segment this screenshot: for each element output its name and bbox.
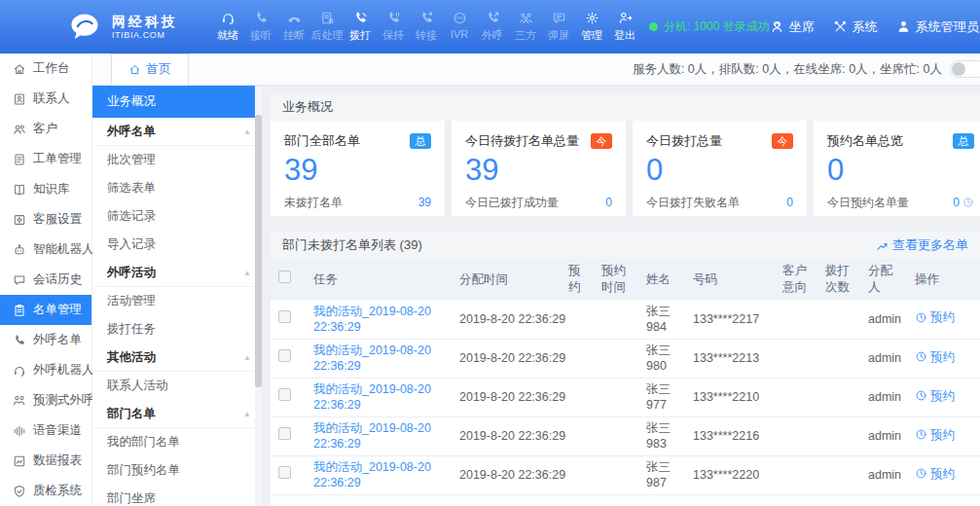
clock-icon xyxy=(915,350,927,363)
submenu-item-部门坐席[interactable]: 部门坐席 xyxy=(92,485,262,506)
submenu-item-导入记录[interactable]: 导入记录 xyxy=(92,231,262,259)
admin-icon xyxy=(896,19,911,34)
submenu-header-外呼活动[interactable]: 外呼活动▲ xyxy=(92,259,262,287)
hold-icon xyxy=(386,11,401,25)
task-link[interactable]: 我的活动_2019-08-2022:36:29 xyxy=(313,421,431,451)
call-control-screenpop-button[interactable]: 弹屏 xyxy=(542,11,575,43)
submenu-header-部门名单[interactable]: 部门名单▲ xyxy=(92,400,262,428)
topbar-menu-admin[interactable]: 系统管理员▼ xyxy=(896,18,980,36)
sidebar-item-contact-book[interactable]: 联系人 xyxy=(0,84,91,114)
call-control-afterwork-button[interactable]: 后处理 xyxy=(310,11,344,43)
submenu-header-其他活动[interactable]: 其他活动▲ xyxy=(92,343,262,372)
submenu-item-活动管理[interactable]: 活动管理 xyxy=(92,287,262,315)
sidebar-item-customers[interactable]: 客户 xyxy=(0,114,91,144)
call-control-transfer-button[interactable]: 转接 xyxy=(410,11,443,43)
sidebar-item-list-mgmt[interactable]: 名单管理 xyxy=(0,295,91,325)
row-checkbox[interactable] xyxy=(278,310,291,323)
call-control-outbound-button[interactable]: 外呼 xyxy=(476,11,509,43)
sidebar-item-voice-channel[interactable]: 语音渠道 xyxy=(0,416,91,446)
task-link[interactable]: 我的活动_2019-08-2022:36:29 xyxy=(313,382,431,412)
reserve-time-cell xyxy=(594,455,638,494)
sidebar-item-chat-history[interactable]: 会话历史 xyxy=(0,265,91,295)
stat-card-sub-label: 今日已拨打成功量 xyxy=(465,195,559,211)
collapse-up-icon: ▲ xyxy=(243,400,251,428)
table-row: 我的活动_2019-08-2022:36:292019-8-20 22:36:2… xyxy=(271,416,980,455)
status-toggle[interactable] xyxy=(950,60,980,78)
stat-card-sub-label: 今日预约名单量 xyxy=(827,195,909,211)
reserve-action-link[interactable]: 预约 xyxy=(915,388,955,404)
sidebar-item-quality-check[interactable]: 质检系统 xyxy=(0,476,91,506)
row-checkbox[interactable] xyxy=(278,466,291,479)
reserve-action-link[interactable]: 预约 xyxy=(915,309,955,325)
call-control-answer-button[interactable]: 接听 xyxy=(244,11,277,43)
submenu-scrollbar-thumb[interactable] xyxy=(255,115,262,387)
stat-card-sub-label: 未拨打名单 xyxy=(284,195,343,211)
outbound-list-icon xyxy=(13,334,26,347)
submenu-item-拨打任务[interactable]: 拨打任务 xyxy=(92,315,262,343)
sidebar-item-ticket[interactable]: 工单管理 xyxy=(0,144,91,174)
submenu-item-批次管理[interactable]: 批次管理 xyxy=(92,146,262,174)
sidebar-item-home[interactable]: 工作台 xyxy=(0,54,91,84)
column-header: 分配人 xyxy=(860,259,907,300)
assign-time-cell: 2019-8-20 22:36:29 xyxy=(452,300,561,339)
call-control-threeway-button[interactable]: 三方 xyxy=(509,11,542,43)
call-control-hangup-button[interactable]: 挂断 xyxy=(277,11,310,43)
reserve-time-cell xyxy=(594,416,638,455)
dial-icon xyxy=(353,11,368,25)
sidebar-item-predictive-dial[interactable]: 预测式外呼 xyxy=(0,385,91,416)
trend-arrow-icon xyxy=(876,239,889,252)
submenu-item-筛选表单[interactable]: 筛选表单 xyxy=(92,174,262,202)
row-checkbox[interactable] xyxy=(278,388,291,401)
task-link[interactable]: 我的活动_2019-08-2022:36:29 xyxy=(313,343,431,373)
tab-home[interactable]: 首页 xyxy=(111,54,189,86)
customers-icon xyxy=(13,123,26,136)
row-checkbox[interactable] xyxy=(278,427,291,440)
sidebar-item-outbound-robot[interactable]: 外呼机器人 xyxy=(0,355,91,385)
stat-card-badge: 今 xyxy=(772,133,793,149)
submenu-item-部门预约名单[interactable]: 部门预约名单 xyxy=(92,456,262,485)
submenu-item-业务概况[interactable]: 业务概况 xyxy=(92,86,262,118)
reserve-action-link[interactable]: 预约 xyxy=(915,427,955,443)
task-link[interactable]: 我的活动_2019-08-2022:36:29 xyxy=(313,305,431,334)
tab-bar: 首页 服务人数: 0人，排队数: 0人，在线坐席: 0人，坐席忙: 0人 xyxy=(92,54,980,86)
call-control-manage-button[interactable]: 管理 xyxy=(575,11,608,43)
contact-book-icon xyxy=(13,92,26,106)
submenu-header-外呼名单[interactable]: 外呼名单▲ xyxy=(92,118,262,146)
name-cell: 张三987 xyxy=(638,455,685,494)
reserve-action-link[interactable]: 预约 xyxy=(915,349,955,365)
stat-card: 今日待拨打名单总量今39今日已拨打成功量0 xyxy=(452,121,626,216)
sidebar-item-knowledge[interactable]: 知识库 xyxy=(0,174,91,204)
submenu-item-联系人活动[interactable]: 联系人活动 xyxy=(92,372,262,400)
task-link[interactable]: 我的活动_2019-08-2022:36:29 xyxy=(313,460,431,489)
sidebar-item-service-settings[interactable]: 客服设置 xyxy=(0,204,91,235)
assignee-cell: admin xyxy=(860,378,907,416)
answer-icon xyxy=(254,11,269,25)
row-checkbox[interactable] xyxy=(278,349,291,362)
topbar-menu-agent[interactable]: 坐席 xyxy=(770,18,815,36)
clock-icon xyxy=(915,311,927,324)
call-control-dial-button[interactable]: 拨打 xyxy=(344,11,377,43)
dial-count-cell xyxy=(817,378,860,416)
agent-stats-text: 服务人数: 0人，排队数: 0人，在线坐席: 0人，坐席忙: 0人 xyxy=(633,61,942,78)
call-control-ready-button[interactable]: 就绪 xyxy=(211,11,244,43)
submenu-item-我的部门名单[interactable]: 我的部门名单 xyxy=(92,428,262,456)
reserve-action-link[interactable]: 预约 xyxy=(915,466,955,482)
call-control-logout-button[interactable]: 登出 xyxy=(608,11,641,43)
column-header: 操作 xyxy=(907,259,980,300)
sidebar-item-data-report[interactable]: 数据报表 xyxy=(0,446,91,476)
sidebar-item-robot[interactable]: 智能机器人 xyxy=(0,235,91,265)
submenu-item-筛选记录[interactable]: 筛选记录 xyxy=(92,202,262,231)
clock-icon xyxy=(915,467,927,480)
sidebar-item-outbound-list[interactable]: 外呼名单 xyxy=(0,325,91,355)
topbar: 网经科技 ITIBIA.COM 就绪接听挂断后处理拨打保持转接IVRIVR外呼三… xyxy=(0,0,980,54)
topbar-menu-tools[interactable]: 系统 xyxy=(833,18,878,36)
select-all-checkbox[interactable] xyxy=(278,271,291,283)
view-more-link[interactable]: 查看更多名单 xyxy=(876,236,968,254)
column-header: 姓名 xyxy=(638,259,685,300)
call-control-ivr-button[interactable]: IVRIVR xyxy=(443,11,476,43)
submenu-scrollbar[interactable] xyxy=(255,86,262,506)
phone-cell: 133****2210 xyxy=(685,378,775,416)
call-control-toolbar: 就绪接听挂断后处理拨打保持转接IVRIVR外呼三方弹屏管理登出 xyxy=(211,11,641,43)
call-control-hold-button[interactable]: 保持 xyxy=(377,11,410,43)
brand-logo[interactable]: 网经科技 ITIBIA.COM xyxy=(66,11,178,44)
